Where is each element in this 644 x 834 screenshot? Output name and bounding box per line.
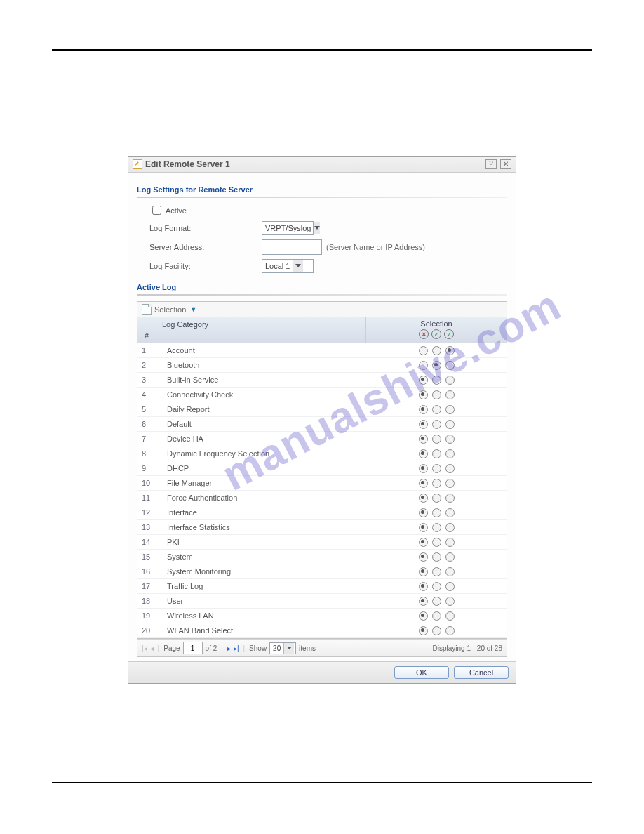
selection-radio[interactable] xyxy=(432,435,441,444)
selection-radio[interactable] xyxy=(445,611,455,621)
row-number: 15 xyxy=(137,552,160,561)
selection-radio[interactable] xyxy=(432,567,441,576)
selection-radio[interactable] xyxy=(432,405,441,414)
row-selection xyxy=(366,552,507,562)
selection-radio[interactable] xyxy=(432,597,441,606)
row-category: Connectivity Check xyxy=(160,390,366,399)
row-selection xyxy=(366,626,507,635)
selection-radio[interactable] xyxy=(432,420,441,429)
selection-menu[interactable]: Selection xyxy=(154,305,186,314)
selection-radio[interactable] xyxy=(419,361,428,370)
selection-radio[interactable] xyxy=(419,435,428,444)
pager-first-button[interactable]: |◂ xyxy=(142,644,147,652)
selection-radio[interactable] xyxy=(432,376,441,385)
selection-radio[interactable] xyxy=(445,449,455,458)
selection-radio[interactable] xyxy=(419,390,428,399)
selection-radio[interactable] xyxy=(419,552,428,562)
selection-radio[interactable] xyxy=(419,523,428,532)
selection-radio[interactable] xyxy=(419,464,428,473)
log-facility-value: Local 1 xyxy=(262,262,293,270)
row-number: 3 xyxy=(137,376,160,384)
selection-radio[interactable] xyxy=(432,346,441,355)
log-format-dropdown[interactable]: VRPT/Syslog xyxy=(262,221,314,235)
ok-button[interactable]: OK xyxy=(394,666,449,679)
selection-radio[interactable] xyxy=(419,494,428,503)
selection-radio[interactable] xyxy=(432,464,441,473)
selection-radio[interactable] xyxy=(419,597,428,606)
selection-radio[interactable] xyxy=(432,508,441,517)
selection-radio[interactable] xyxy=(419,611,428,621)
selection-radio[interactable] xyxy=(419,538,428,547)
selection-radio[interactable] xyxy=(419,405,428,414)
enable-normal-icon[interactable]: ✓ xyxy=(431,329,441,339)
selection-radio[interactable] xyxy=(445,405,455,414)
selection-radio[interactable] xyxy=(432,523,441,532)
row-number: 9 xyxy=(137,464,160,472)
pager-prev-button[interactable]: ◂ xyxy=(150,644,154,652)
selection-radio[interactable] xyxy=(432,361,441,370)
pager-page-input[interactable] xyxy=(183,642,203,654)
row-category: Interface xyxy=(160,508,366,517)
selection-radio[interactable] xyxy=(445,567,455,576)
row-category: Device HA xyxy=(160,435,366,443)
selection-radio[interactable] xyxy=(445,479,455,488)
pager-last-button[interactable]: ▸| xyxy=(234,644,239,652)
selection-radio[interactable] xyxy=(432,390,441,399)
selection-radio[interactable] xyxy=(419,479,428,488)
selection-radio[interactable] xyxy=(445,552,455,562)
selection-radio[interactable] xyxy=(419,567,428,576)
server-address-hint: (Server Name or IP Address) xyxy=(326,243,425,251)
selection-radio[interactable] xyxy=(419,420,428,429)
pager-show-dropdown[interactable]: 20 xyxy=(269,642,296,654)
table-row: 1Account xyxy=(137,343,507,358)
selection-radio[interactable] xyxy=(445,346,455,355)
selection-radio[interactable] xyxy=(445,582,455,591)
active-checkbox[interactable] xyxy=(152,206,161,215)
selection-radio[interactable] xyxy=(432,449,441,458)
row-category: Force Authentication xyxy=(160,494,366,502)
selection-radio[interactable] xyxy=(432,494,441,503)
selection-radio[interactable] xyxy=(445,464,455,473)
section-divider xyxy=(137,294,507,296)
selection-radio[interactable] xyxy=(445,420,455,429)
selection-radio[interactable] xyxy=(432,626,441,635)
selection-radio[interactable] xyxy=(445,435,455,444)
disable-all-icon[interactable]: ✕ xyxy=(419,329,429,339)
selection-radio[interactable] xyxy=(432,582,441,591)
table-row: 16System Monitoring xyxy=(137,564,507,579)
selection-radio[interactable] xyxy=(432,479,441,488)
selection-radio[interactable] xyxy=(419,626,428,635)
selection-radio[interactable] xyxy=(419,376,428,385)
selection-radio[interactable] xyxy=(445,494,455,503)
enable-all-icon[interactable]: ✓ xyxy=(444,329,454,339)
selection-radio[interactable] xyxy=(445,508,455,517)
selection-radio[interactable] xyxy=(419,449,428,458)
selection-radio[interactable] xyxy=(445,626,455,635)
server-address-input[interactable] xyxy=(262,239,322,255)
selection-radio[interactable] xyxy=(419,346,428,355)
log-facility-dropdown[interactable]: Local 1 xyxy=(262,259,314,273)
selection-radio[interactable] xyxy=(445,361,455,370)
row-selection xyxy=(366,390,507,399)
close-button[interactable]: ✕ xyxy=(500,159,511,169)
pager-page-label: Page xyxy=(163,644,180,652)
row-category: Traffic Log xyxy=(160,582,366,590)
selection-radio[interactable] xyxy=(432,538,441,547)
row-selection xyxy=(366,420,507,429)
selection-radio[interactable] xyxy=(445,376,455,385)
selection-radio[interactable] xyxy=(432,552,441,562)
log-category-grid: # Log Category Selection ✕ ✓ ✓ 1Account2… xyxy=(137,317,507,639)
row-selection xyxy=(366,523,507,532)
selection-radio[interactable] xyxy=(445,538,455,547)
help-button[interactable]: ? xyxy=(485,159,497,169)
selection-radio[interactable] xyxy=(419,508,428,517)
selection-radio[interactable] xyxy=(432,611,441,621)
table-row: 19Wireless LAN xyxy=(137,609,507,623)
selection-radio[interactable] xyxy=(445,523,455,532)
pager-next-button[interactable]: ▸ xyxy=(227,644,231,652)
selection-toolbar: Selection ▼ xyxy=(137,301,507,317)
selection-radio[interactable] xyxy=(419,582,428,591)
selection-radio[interactable] xyxy=(445,597,455,606)
selection-radio[interactable] xyxy=(445,390,455,399)
cancel-button[interactable]: Cancel xyxy=(454,666,509,679)
